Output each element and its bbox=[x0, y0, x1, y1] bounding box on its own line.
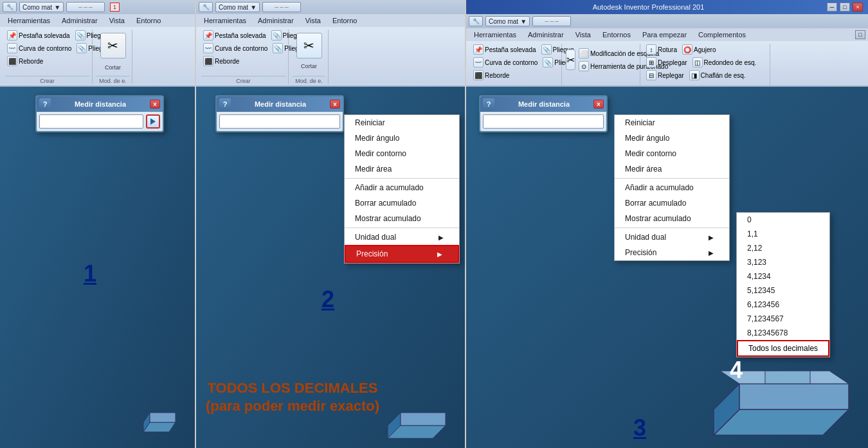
menu-admin-3[interactable]: Administrar bbox=[523, 30, 569, 40]
precision-item-6[interactable]: 6,123456 bbox=[737, 298, 829, 312]
ctx-reiniciar-3[interactable]: Reiniciar bbox=[615, 115, 729, 130]
pliegue-icon-1b: 📎 bbox=[77, 43, 87, 53]
menu-entorno-2[interactable]: Entorno bbox=[327, 15, 363, 26]
menu-vista-3[interactable]: Vista bbox=[570, 30, 596, 40]
ctx-anadir-3[interactable]: Añadir a acumulado bbox=[615, 180, 729, 195]
menu-herramientas-1[interactable]: Herramientas bbox=[3, 15, 55, 26]
precision-item-0[interactable]: 0 bbox=[737, 213, 829, 227]
ctx-area-3[interactable]: Medir área bbox=[615, 161, 729, 177]
ctx-borrar-2[interactable]: Borrar acumulado bbox=[345, 195, 459, 211]
tool-rotura-3[interactable]: ↕ Rotura bbox=[644, 44, 679, 55]
tool-chaflan-3[interactable]: ◨ Chaflán de esq. bbox=[687, 69, 748, 81]
restore-btn[interactable]: □ bbox=[840, 3, 850, 12]
menu-entornos-3[interactable]: Entornos bbox=[597, 30, 636, 40]
ctx-precision-3[interactable]: Precisión ▶ bbox=[615, 245, 729, 260]
tool-agujero-3[interactable]: ⭕ Agujero bbox=[680, 44, 718, 55]
precision-item-1[interactable]: 1,1 bbox=[737, 227, 829, 241]
menu-herramientas-2[interactable]: Herramientas bbox=[199, 15, 251, 26]
ctx-anadir-2[interactable]: Añadir a acumulado bbox=[345, 180, 459, 195]
dialog-close-1[interactable]: × bbox=[150, 100, 160, 109]
tool-pestana-1[interactable]: 📌 Pestaña solevada bbox=[5, 30, 72, 41]
dialog-help-3[interactable]: ? bbox=[483, 98, 494, 110]
ribbon-panel-3: 🔧 Como mat ▼ ─ ─ ─ Herramientas Administ… bbox=[466, 14, 868, 87]
formula-bar-1[interactable]: ─ ─ ─ bbox=[66, 2, 105, 12]
tool-reborde-2[interactable]: ⬛ Reborde bbox=[201, 55, 241, 67]
ctx-area-2[interactable]: Medir área bbox=[345, 161, 459, 177]
ctx-angulo-3[interactable]: Medir ángulo bbox=[615, 130, 729, 146]
view-dropdown-2[interactable]: Como mat ▼ bbox=[215, 2, 260, 12]
3d-object-2 bbox=[381, 393, 458, 445]
close-btn[interactable]: × bbox=[853, 3, 863, 12]
dialog-body-2 bbox=[217, 112, 343, 131]
dialog-help-2[interactable]: ? bbox=[219, 98, 231, 110]
ctx-unidad-3[interactable]: Unidad dual ▶ bbox=[615, 229, 729, 245]
tool-reborde-1[interactable]: ⬛ Reborde bbox=[5, 55, 45, 67]
3d-object-1 bbox=[131, 400, 182, 438]
dialog-arrow-1 bbox=[150, 118, 156, 125]
crear-group-2: 📌 Pestaña solevada 📎 Pliegue 〰 Curva de … bbox=[199, 30, 289, 84]
app-icon-1[interactable]: 🔧 bbox=[3, 2, 17, 12]
menu-para-3[interactable]: Para empezar bbox=[637, 30, 692, 40]
app-icon-2[interactable]: 🔧 bbox=[199, 2, 213, 12]
menu-administrar-2[interactable]: Administrar bbox=[253, 15, 299, 26]
app-icon-3[interactable]: 🔧 bbox=[469, 16, 483, 26]
tool-curva-1[interactable]: 〰 Curva de contorno bbox=[5, 42, 73, 54]
menu-herr-3[interactable]: Herramientas bbox=[469, 30, 521, 40]
tool-reborde-3[interactable]: ⬛ Reborde bbox=[471, 69, 511, 81]
ctx-mostrar-3[interactable]: Mostrar acumulado bbox=[615, 211, 729, 226]
cortar-icon-3[interactable]: ✂ bbox=[566, 49, 575, 70]
precision-item-9[interactable]: Todos los decimales bbox=[737, 340, 829, 357]
crear-group-3: 📌 Pestaña solevada 📎 Pliegue 〰 Curva de … bbox=[469, 44, 562, 87]
precision-item-8[interactable]: 8,12345678 bbox=[737, 326, 829, 340]
dialog-body-1 bbox=[37, 112, 163, 131]
cortar-icon-1[interactable]: ✂ bbox=[100, 33, 126, 58]
tool-redondesq-3[interactable]: ◫ Redondeo de esq. bbox=[691, 57, 759, 68]
ctx-reiniciar-2[interactable]: Reiniciar bbox=[345, 115, 459, 130]
ctx-contorno-3[interactable]: Medir contorno bbox=[615, 146, 729, 161]
menu-administrar-1[interactable]: Administrar bbox=[57, 15, 103, 26]
ctx-borrar-3[interactable]: Borrar acumulado bbox=[615, 195, 729, 211]
dropdown-arrow-1: ▼ bbox=[54, 4, 60, 11]
tool-replegar-3[interactable]: ⊟ Replegar bbox=[644, 69, 686, 81]
menu-compl-3[interactable]: Complementos bbox=[693, 30, 751, 40]
tool-curva-2[interactable]: 〰 Curva de contorno bbox=[201, 42, 269, 54]
dialog-close-3[interactable]: × bbox=[593, 100, 604, 109]
formula-bar-3[interactable]: ─ ─ ─ bbox=[532, 16, 571, 26]
ctx-unidad-2[interactable]: Unidad dual ▶ bbox=[345, 229, 459, 245]
tool-pestana-2[interactable]: 📌 Pestaña solevada bbox=[201, 30, 268, 41]
unidad-arrow-3: ▶ bbox=[709, 234, 714, 241]
minimize-btn[interactable]: ─ bbox=[827, 3, 837, 12]
cortar-icon-2[interactable]: ✂ bbox=[296, 33, 322, 58]
ctx-mostrar-2[interactable]: Mostrar acumulado bbox=[345, 211, 459, 226]
dialog-help-1[interactable]: ? bbox=[39, 98, 51, 110]
precision-item-4[interactable]: 4,1234 bbox=[737, 269, 829, 283]
dialog-input-1[interactable] bbox=[39, 114, 143, 129]
precision-item-2[interactable]: 2,12 bbox=[737, 241, 829, 255]
view-dropdown-1[interactable]: Como mat ▼ bbox=[19, 2, 64, 12]
precision-item-3[interactable]: 3,123 bbox=[737, 255, 829, 269]
dialog-input-3[interactable] bbox=[483, 114, 604, 129]
tool-row-2a: 📌 Pestaña solevada 📎 Pliegue bbox=[201, 30, 285, 41]
menu-vista-1[interactable]: Vista bbox=[104, 15, 130, 26]
view-dropdown-3[interactable]: Como mat ▼ bbox=[485, 16, 530, 26]
ctx-angulo-2[interactable]: Medir ángulo bbox=[345, 130, 459, 146]
tool-pestana-3[interactable]: 📌 Pestaña solevada bbox=[471, 44, 538, 55]
dialog-btn-1[interactable] bbox=[146, 114, 160, 129]
ctx-sep-2b bbox=[345, 228, 459, 228]
precision-item-5[interactable]: 5,12345 bbox=[737, 283, 829, 298]
ctx-contorno-2[interactable]: Medir contorno bbox=[345, 146, 459, 161]
redondesq-icon-3: ◫ bbox=[692, 57, 703, 67]
dialog-input-2[interactable] bbox=[219, 114, 340, 129]
panel-ctrl-3[interactable]: □ bbox=[855, 30, 865, 39]
step-1: 1 bbox=[84, 260, 96, 287]
ctx-precision-2[interactable]: Precisión ▶ bbox=[345, 245, 459, 263]
tool-desplegar-3[interactable]: ⊞ Desplegar bbox=[644, 57, 689, 68]
menu-entorno-1[interactable]: Entorno bbox=[131, 15, 167, 26]
tool-curva-3[interactable]: 〰 Curva de contorno bbox=[471, 57, 539, 68]
precision-item-7[interactable]: 7,1234567 bbox=[737, 312, 829, 326]
menu-vista-2[interactable]: Vista bbox=[300, 15, 326, 26]
formula-bar-2[interactable]: ─ ─ ─ bbox=[262, 2, 301, 12]
dialog-close-2[interactable]: × bbox=[330, 100, 340, 109]
svg-marker-8 bbox=[739, 384, 849, 409]
panel-2: 🔧 Como mat ▼ ─ ─ ─ Herramientas Administ… bbox=[196, 0, 466, 448]
